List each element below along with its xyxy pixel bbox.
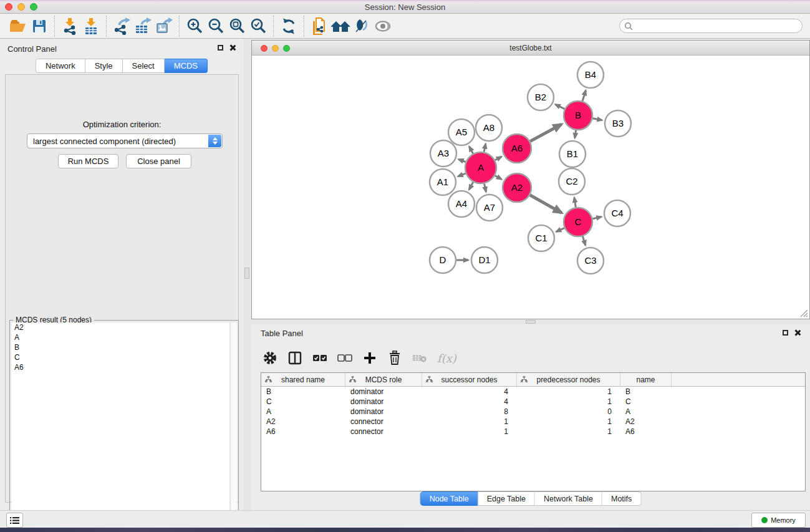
graph-edge-A6-B[interactable] (530, 124, 562, 141)
graph-edge-B-B3[interactable] (593, 118, 602, 120)
import-table-icon[interactable] (80, 16, 102, 36)
search-input[interactable] (633, 21, 802, 32)
graph-edge-C-C3[interactable] (582, 236, 586, 245)
run-mcds-button[interactable]: Run MCDS (58, 154, 118, 168)
float-panel-icon[interactable] (218, 45, 223, 51)
graph-node-label: A6 (511, 143, 523, 153)
table-cell: A (261, 407, 345, 417)
graph-edge-C-C4[interactable] (592, 217, 601, 219)
memory-button[interactable]: Memory (751, 513, 806, 528)
graph-edge-A-A4[interactable] (469, 182, 473, 190)
zoom-in-icon[interactable] (184, 16, 205, 36)
table-panel-window-icons (783, 329, 801, 336)
deselect-all-icon[interactable] (337, 351, 352, 365)
table-cell: 4 (422, 397, 517, 407)
horizontal-splitter[interactable] (251, 319, 810, 324)
column-header[interactable]: predecessor nodes (517, 373, 620, 386)
select-all-icon[interactable] (312, 351, 327, 365)
task-list-icon (10, 516, 19, 525)
open-file-icon[interactable] (7, 16, 29, 36)
close-panel-icon[interactable] (229, 44, 236, 51)
mcds-result-item[interactable]: A (11, 332, 229, 342)
graph-edge-B-B1[interactable] (575, 130, 576, 138)
style-toggle-icon[interactable] (351, 16, 372, 36)
graph-edge-A-A5[interactable] (469, 147, 473, 153)
float-table-panel-icon[interactable] (783, 330, 788, 336)
column-header[interactable]: MCDS role (345, 373, 422, 386)
export-image-icon[interactable] (153, 16, 175, 36)
vertical-splitter-handle[interactable] (244, 268, 249, 279)
tab-mcds[interactable]: MCDS (165, 59, 208, 73)
table-row[interactable]: A2connector11A2 (261, 417, 805, 427)
column-header[interactable]: successor nodes (422, 373, 517, 386)
zoom-selected-icon[interactable] (248, 16, 269, 36)
eye-icon[interactable] (372, 16, 393, 36)
tab-network-table[interactable]: Network Table (535, 491, 602, 506)
table-row[interactable]: Adominator80A (261, 407, 805, 417)
graph-edge-A2-C[interactable] (530, 195, 562, 213)
delete-column-icon[interactable] (387, 351, 402, 365)
network-graph[interactable]: B4B2BB3A5A8A6A3B1AA1C2A2A4A7C4CC1DD1C3 (252, 56, 809, 319)
table-row[interactable]: Bdominator41B (261, 387, 805, 397)
main-titlebar[interactable]: Session: New Session (0, 0, 810, 14)
vertical-splitter[interactable] (243, 39, 251, 510)
network-titlebar[interactable]: testGlobe.txt (252, 41, 809, 56)
export-table-icon[interactable] (132, 16, 153, 36)
graph-node-label: C4 (611, 208, 623, 218)
graph-edge-A-A1[interactable] (458, 173, 465, 177)
graph-edge-B-B4[interactable] (582, 90, 586, 101)
tab-select[interactable]: Select (123, 59, 165, 73)
graph-node-label: B (575, 110, 581, 120)
graph-edge-A-A7[interactable] (485, 183, 486, 191)
home-layout-icon[interactable] (330, 16, 351, 36)
mcds-result-scrollbar[interactable] (230, 322, 237, 532)
control-panel: Control Panel NetworkStyleSelectMCDS Opt… (0, 39, 243, 510)
function-builder-icon[interactable]: f(x) (437, 351, 456, 365)
save-session-icon[interactable] (29, 16, 50, 36)
show-columns-icon[interactable] (287, 351, 302, 365)
zoom-out-icon[interactable] (205, 16, 226, 36)
horizontal-splitter-handle[interactable] (526, 320, 536, 324)
graph-edge-A-A2[interactable] (495, 176, 502, 180)
mcds-result-item[interactable]: A2 (11, 322, 229, 332)
search-box (619, 19, 803, 33)
tab-motifs[interactable]: Motifs (602, 491, 641, 506)
tab-node-table[interactable]: Node Table (420, 491, 478, 506)
tab-edge-table[interactable]: Edge Table (478, 491, 535, 506)
task-history-button[interactable] (6, 513, 23, 528)
close-panel-button[interactable]: Close panel (126, 154, 191, 168)
mcds-result-item[interactable]: A6 (11, 362, 229, 372)
column-header[interactable]: name (620, 373, 672, 386)
close-table-panel-icon[interactable] (794, 329, 801, 336)
table-cell: 8 (422, 407, 517, 417)
zoom-fit-icon[interactable] (226, 16, 248, 36)
mcds-result-item[interactable]: C (11, 352, 229, 362)
clone-network-icon[interactable] (309, 16, 330, 36)
refresh-layout-icon[interactable] (278, 16, 299, 36)
column-header-label: name (636, 375, 655, 384)
table-cell: dominator (345, 387, 422, 397)
criterion-select[interactable]: largest connected component (directed) (27, 133, 223, 148)
graph-edge-C-C2[interactable] (574, 198, 576, 208)
mcds-result-item[interactable]: B (11, 342, 229, 352)
toolbar-separator (273, 16, 274, 37)
column-header[interactable]: shared name (261, 373, 345, 386)
resize-grip-icon[interactable] (800, 309, 808, 317)
memory-label: Memory (771, 516, 796, 524)
network-canvas[interactable]: B4B2BB3A5A8A6A3B1AA1C2A2A4A7C4CC1DD1C3 (252, 56, 809, 319)
tab-network[interactable]: Network (36, 59, 85, 73)
graph-edge-A-A6[interactable] (495, 157, 501, 160)
tab-style[interactable]: Style (85, 59, 123, 73)
export-network-icon[interactable] (111, 16, 132, 36)
graph-edge-A-A8[interactable] (484, 143, 486, 152)
graph-node-label: A4 (456, 198, 467, 209)
import-network-icon[interactable] (59, 16, 80, 36)
graph-edge-C-C1[interactable] (556, 228, 564, 232)
delete-table-icon[interactable] (412, 351, 427, 365)
add-column-icon[interactable] (362, 351, 377, 365)
graph-edge-A-A3[interactable] (458, 159, 465, 162)
settings-gear-icon[interactable] (263, 351, 277, 365)
graph-edge-B-B2[interactable] (555, 104, 564, 109)
table-row[interactable]: Cdominator41C (261, 397, 805, 407)
table-row[interactable]: A6connector11A6 (261, 427, 805, 437)
